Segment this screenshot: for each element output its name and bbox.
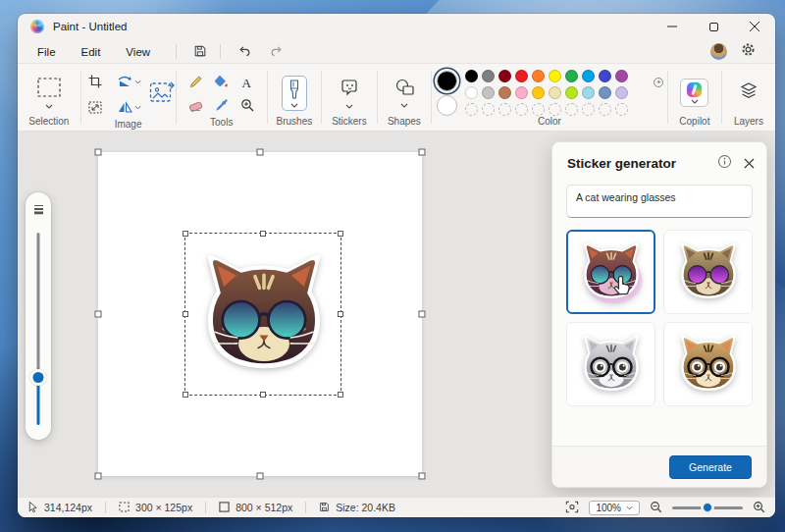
text-tool[interactable]: A <box>235 70 260 93</box>
canvas-resize-handle[interactable] <box>419 311 426 318</box>
eyedropper-tool[interactable] <box>209 93 235 117</box>
fill-tool[interactable] <box>209 70 235 93</box>
file-size-icon <box>319 502 330 514</box>
color-swatch[interactable] <box>565 86 578 99</box>
crop-button[interactable] <box>82 70 108 93</box>
zoom-in-button[interactable] <box>753 501 765 515</box>
resize-button[interactable] <box>82 95 108 119</box>
info-icon[interactable] <box>717 154 732 173</box>
empty-color-slot[interactable] <box>482 103 495 116</box>
prompt-input[interactable]: A cat wearing glasses <box>566 185 753 218</box>
selection-resize-handle[interactable] <box>338 231 343 237</box>
remove-background-button[interactable] <box>149 80 175 108</box>
drawing-canvas[interactable] <box>98 152 422 476</box>
selection-box[interactable] <box>184 233 341 396</box>
empty-color-slot[interactable] <box>599 103 611 116</box>
edit-colors-button[interactable]: + <box>636 80 661 106</box>
color-swatch[interactable] <box>482 70 495 82</box>
selection-tool-button[interactable] <box>37 78 61 101</box>
save-button[interactable] <box>188 41 212 61</box>
empty-color-slot[interactable] <box>582 103 595 116</box>
color-swatch[interactable] <box>549 86 561 99</box>
rotate-button[interactable] <box>114 70 145 93</box>
zoom-slider-thumb[interactable] <box>703 503 712 512</box>
selection-resize-handle[interactable] <box>338 311 343 317</box>
minimize-button[interactable] <box>652 14 693 39</box>
color-swatch[interactable] <box>615 70 628 82</box>
close-button[interactable] <box>734 14 775 39</box>
chevron-down-icon[interactable] <box>345 104 353 109</box>
color-swatch[interactable] <box>599 86 611 99</box>
color-swatch[interactable] <box>582 86 595 99</box>
selection-resize-handle[interactable] <box>183 311 188 317</box>
selection-resize-handle[interactable] <box>183 392 188 398</box>
menu-file[interactable]: File <box>37 43 56 61</box>
empty-color-slot[interactable] <box>615 103 628 116</box>
color-swatch[interactable] <box>582 70 595 82</box>
zoom-slider[interactable] <box>672 502 743 513</box>
color-swatch[interactable] <box>565 70 578 82</box>
stickers-button[interactable] <box>340 78 359 101</box>
shapes-button[interactable] <box>394 79 414 100</box>
canvas-resize-handle[interactable] <box>419 473 426 480</box>
sticker-thumbnail-cat-tabby-eyeglasses[interactable] <box>663 322 753 406</box>
zoom-level-dropdown[interactable]: 100% <box>589 501 640 515</box>
selected-sticker-image[interactable] <box>191 238 337 391</box>
undo-button[interactable] <box>233 41 256 61</box>
empty-color-slot[interactable] <box>465 103 478 116</box>
sticker-thumbnail-cat-gray-eyeglasses[interactable] <box>566 322 655 406</box>
color-swatch[interactable] <box>532 86 545 99</box>
empty-color-slot[interactable] <box>565 103 578 116</box>
selection-resize-handle[interactable] <box>260 231 266 237</box>
brushes-button[interactable] <box>282 76 307 111</box>
canvas-resize-handle[interactable] <box>257 149 264 156</box>
empty-color-slot[interactable] <box>515 103 528 116</box>
menu-edit[interactable]: Edit <box>81 43 101 61</box>
magnifier-tool[interactable] <box>235 93 260 117</box>
sticker-thumbnail-cat-purple-sunglasses[interactable] <box>663 230 753 314</box>
account-avatar[interactable] <box>710 43 727 60</box>
panel-close-icon[interactable] <box>744 155 755 173</box>
layers-button[interactable] <box>739 81 759 105</box>
color-swatch[interactable] <box>549 70 561 82</box>
generate-button[interactable]: Generate <box>669 455 752 479</box>
maximize-button[interactable] <box>693 14 734 39</box>
chevron-down-icon[interactable] <box>400 103 408 108</box>
color-swatch[interactable] <box>515 86 528 99</box>
selection-resize-handle[interactable] <box>338 392 343 398</box>
canvas-resize-handle[interactable] <box>419 149 426 156</box>
color-swatch[interactable] <box>482 86 495 99</box>
canvas-resize-handle[interactable] <box>95 149 102 156</box>
color-swatch[interactable] <box>498 86 511 99</box>
slider-thumb[interactable] <box>33 372 44 383</box>
empty-color-slot[interactable] <box>532 103 545 116</box>
sticker-thumbnail-cat-teal-sunglasses[interactable] <box>566 230 655 314</box>
zoom-out-button[interactable] <box>650 501 662 515</box>
pencil-tool[interactable] <box>183 70 209 93</box>
color-swatch[interactable] <box>615 86 628 99</box>
menu-view[interactable]: View <box>126 43 150 61</box>
settings-gear-icon[interactable] <box>741 42 756 61</box>
primary-color-swatch[interactable] <box>437 71 457 91</box>
fit-to-screen-button[interactable] <box>565 501 579 515</box>
color-swatch[interactable] <box>465 86 478 99</box>
redo-button[interactable] <box>264 41 288 61</box>
color-swatch[interactable] <box>515 70 528 82</box>
flip-button[interactable] <box>114 95 145 119</box>
empty-color-slot[interactable] <box>549 103 561 116</box>
color-swatch[interactable] <box>532 70 545 82</box>
selection-resize-handle[interactable] <box>183 231 188 237</box>
secondary-color-swatch[interactable] <box>437 95 457 116</box>
color-swatch[interactable] <box>465 70 478 82</box>
eraser-tool[interactable] <box>183 93 209 117</box>
color-swatch[interactable] <box>498 70 511 82</box>
canvas-resize-handle[interactable] <box>257 473 264 480</box>
chevron-down-icon[interactable] <box>45 104 53 109</box>
empty-color-slot[interactable] <box>498 103 511 116</box>
selection-resize-handle[interactable] <box>260 392 266 398</box>
copilot-button[interactable] <box>680 79 708 107</box>
canvas-resize-handle[interactable] <box>95 311 102 318</box>
canvas-resize-handle[interactable] <box>95 473 102 480</box>
color-swatch[interactable] <box>599 70 611 82</box>
size-slider[interactable] <box>26 225 51 431</box>
